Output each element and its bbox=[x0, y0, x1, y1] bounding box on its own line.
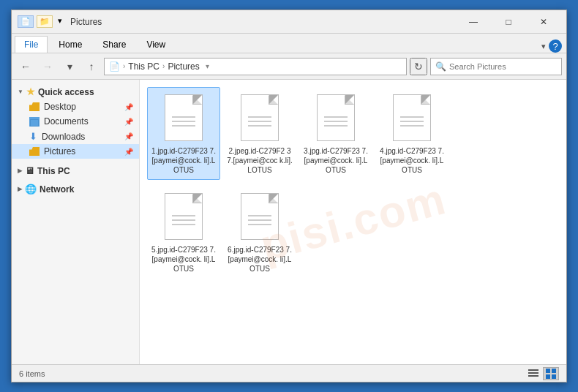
file-page-2 bbox=[241, 94, 279, 141]
sidebar-section-quick-access[interactable]: ▼ ★ Quick access bbox=[12, 84, 139, 99]
file-name-3: 3.jpg.id-C279F23 7.[paymei@cock. li].LOT… bbox=[303, 146, 369, 175]
line3 bbox=[248, 125, 271, 127]
sidebar-item-documents[interactable]: Documents 📌 bbox=[12, 114, 139, 129]
sidebar-section-network[interactable]: ▶ 🌐 Network bbox=[12, 181, 139, 197]
thispc-chevron: ▶ bbox=[18, 167, 22, 174]
file-lines-4 bbox=[400, 116, 424, 127]
forward-button[interactable]: → bbox=[38, 58, 57, 75]
network-chevron: ▶ bbox=[18, 186, 22, 192]
ribbon-collapse-icon[interactable]: ▾ bbox=[541, 42, 546, 51]
svg-rect-1 bbox=[528, 372, 538, 374]
sidebar-section-thispc[interactable]: ▶ 🖥 This PC bbox=[12, 163, 139, 178]
pictures-pin-icon: 📌 bbox=[124, 148, 133, 156]
file-icon-4 bbox=[390, 92, 434, 143]
sidebar-desktop-label: Desktop bbox=[44, 102, 76, 112]
svg-rect-5 bbox=[546, 374, 550, 379]
file-item-4[interactable]: 4.jpg.id-C279F23 7.[paymei@cock. li].LOT… bbox=[375, 87, 448, 180]
grid-view-button[interactable] bbox=[543, 367, 559, 380]
path-sep1: › bbox=[123, 62, 125, 70]
help-icon[interactable]: ? bbox=[549, 39, 562, 53]
file-lines-2 bbox=[248, 116, 271, 127]
close-button[interactable]: ✕ bbox=[527, 12, 560, 32]
refresh-button[interactable]: ↻ bbox=[410, 58, 427, 75]
quick-access-star-icon: ★ bbox=[26, 86, 35, 97]
file-page-3 bbox=[317, 94, 355, 141]
grid-view-icon bbox=[546, 369, 556, 379]
quick-access-label: Quick access bbox=[38, 87, 94, 97]
sidebar-item-downloads[interactable]: ⬇ Downloads 📌 bbox=[12, 129, 139, 144]
list-view-icon bbox=[528, 369, 538, 379]
file-page-6 bbox=[241, 193, 279, 240]
line1 bbox=[324, 116, 348, 118]
path-thispc[interactable]: This PC bbox=[128, 61, 159, 72]
tab-share[interactable]: Share bbox=[93, 36, 135, 53]
maximize-button[interactable]: □ bbox=[492, 12, 525, 32]
path-sep2: › bbox=[162, 62, 165, 70]
line1 bbox=[248, 116, 271, 118]
line1 bbox=[172, 215, 195, 216]
file-lines-6 bbox=[248, 215, 271, 225]
file-page-5 bbox=[165, 193, 203, 240]
network-label: Network bbox=[40, 184, 74, 195]
path-dropdown-icon[interactable]: ▾ bbox=[206, 62, 209, 70]
svg-rect-3 bbox=[546, 369, 550, 373]
thispc-label: This PC bbox=[37, 166, 70, 176]
up-button[interactable]: ↑ bbox=[82, 58, 101, 75]
svg-rect-2 bbox=[528, 375, 538, 377]
sidebar-item-pictures[interactable]: Pictures 📌 bbox=[12, 144, 139, 159]
status-count: 6 items bbox=[19, 369, 45, 378]
file-lines-5 bbox=[172, 215, 195, 225]
line1 bbox=[172, 116, 195, 118]
search-bar[interactable]: 🔍 bbox=[430, 58, 562, 75]
qat-dropdown[interactable]: ▾ bbox=[56, 15, 64, 28]
file-page-4 bbox=[393, 94, 431, 141]
line2 bbox=[172, 121, 195, 122]
documents-pin-icon: 📌 bbox=[124, 118, 133, 126]
window-title: Pictures bbox=[70, 17, 457, 27]
file-icon-2 bbox=[238, 92, 282, 143]
desktop-pin-icon: 📌 bbox=[124, 103, 133, 111]
file-item-2[interactable]: 2.jpeg.id-C279F2 37.[paymei@coc k.li].LO… bbox=[223, 87, 296, 180]
downloads-pin-icon: 📌 bbox=[124, 132, 133, 140]
back-button[interactable]: ← bbox=[16, 58, 35, 75]
line3 bbox=[172, 224, 195, 225]
path-pictures[interactable]: Pictures bbox=[168, 61, 199, 72]
sidebar-documents-label: Documents bbox=[44, 116, 89, 127]
ribbon: File Home Share View ▾ ? bbox=[12, 34, 566, 53]
window-controls: — □ ✕ bbox=[457, 12, 560, 32]
sidebar-item-desktop[interactable]: Desktop 📌 bbox=[12, 99, 139, 114]
qat-folder-icon[interactable]: 📁 bbox=[37, 15, 53, 28]
search-input[interactable] bbox=[449, 62, 557, 71]
tab-home[interactable]: Home bbox=[49, 36, 91, 53]
file-item-5[interactable]: 5.jpg.id-C279F23 7.[paymei@cock. li].LOT… bbox=[147, 186, 220, 279]
recent-locations-button[interactable]: ▾ bbox=[60, 58, 79, 75]
line2 bbox=[172, 219, 195, 221]
line3 bbox=[172, 125, 195, 127]
minimize-button[interactable]: — bbox=[457, 12, 490, 32]
desktop-folder-icon bbox=[29, 102, 40, 111]
tab-view[interactable]: View bbox=[137, 36, 175, 53]
view-buttons bbox=[525, 367, 559, 380]
path-bar[interactable]: 📄 › This PC › Pictures ▾ bbox=[104, 58, 407, 75]
line3 bbox=[324, 125, 348, 127]
line2 bbox=[400, 121, 424, 122]
list-view-button[interactable] bbox=[525, 367, 541, 380]
downloads-icon: ⬇ bbox=[29, 131, 37, 142]
svg-rect-6 bbox=[552, 374, 556, 379]
file-icon-6 bbox=[238, 191, 282, 242]
qat-icon1[interactable]: 📄 bbox=[18, 15, 34, 28]
svg-rect-4 bbox=[552, 369, 556, 373]
file-area: pisi.com 1.jpg.id-C279F23 7.[paymei@cock… bbox=[140, 80, 566, 364]
status-bar: 6 items bbox=[12, 364, 566, 382]
line3 bbox=[400, 125, 424, 127]
search-icon: 🔍 bbox=[435, 61, 446, 72]
file-icon-5 bbox=[162, 191, 206, 242]
tab-file[interactable]: File bbox=[15, 36, 48, 53]
file-item-6[interactable]: 6.jpg.id-C279F23 7.[paymei@cock. li].LOT… bbox=[223, 186, 296, 279]
file-item-1[interactable]: 1.jpg.id-C279F23 7.[paymei@cock. li].LOT… bbox=[147, 87, 220, 180]
svg-rect-0 bbox=[528, 369, 538, 371]
path-icon: 📄 bbox=[109, 61, 120, 72]
file-item-3[interactable]: 3.jpg.id-C279F23 7.[paymei@cock. li].LOT… bbox=[299, 87, 372, 180]
file-page-1 bbox=[165, 94, 203, 141]
line1 bbox=[248, 215, 271, 216]
